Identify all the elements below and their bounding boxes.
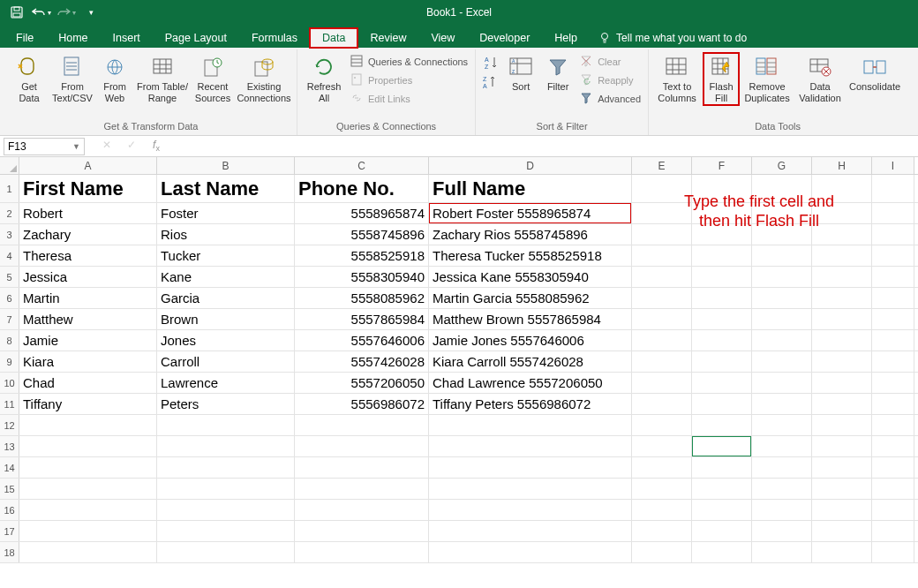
cell[interactable] bbox=[872, 457, 914, 478]
cell[interactable] bbox=[692, 330, 752, 351]
cell[interactable] bbox=[872, 309, 914, 329]
cell[interactable] bbox=[692, 394, 752, 414]
cell[interactable]: Jessica Kane 5558305940 bbox=[429, 267, 632, 287]
cell[interactable] bbox=[872, 288, 914, 308]
row-header-18[interactable]: 18 bbox=[0, 542, 19, 562]
cell[interactable] bbox=[812, 479, 872, 499]
cell[interactable] bbox=[429, 521, 632, 541]
select-all-corner[interactable] bbox=[0, 157, 19, 174]
cell[interactable] bbox=[19, 479, 157, 499]
row-header-7[interactable]: 7 bbox=[0, 309, 19, 329]
col-header-E[interactable]: E bbox=[632, 157, 692, 174]
cell[interactable]: Zachary bbox=[19, 224, 157, 245]
cell[interactable]: Jessica bbox=[19, 267, 157, 287]
tab-view[interactable]: View bbox=[418, 28, 467, 48]
save-button[interactable] bbox=[5, 3, 28, 22]
cell[interactable] bbox=[752, 351, 812, 372]
cell[interactable] bbox=[295, 415, 429, 435]
cell[interactable]: Last Name bbox=[157, 175, 295, 202]
cell[interactable] bbox=[429, 415, 632, 435]
cell[interactable] bbox=[429, 457, 632, 478]
cell[interactable]: Jamie Jones 5557646006 bbox=[429, 330, 632, 351]
qat-customize[interactable]: ▾ bbox=[79, 3, 102, 22]
cell[interactable] bbox=[19, 500, 157, 520]
cell[interactable] bbox=[872, 500, 914, 520]
cell[interactable]: Martin bbox=[19, 288, 157, 308]
cell[interactable] bbox=[812, 457, 872, 478]
cell[interactable] bbox=[872, 267, 914, 287]
cell[interactable] bbox=[429, 479, 632, 499]
cell[interactable]: Brown bbox=[157, 309, 295, 329]
cell[interactable]: 5557426028 bbox=[295, 351, 429, 372]
row-header-13[interactable]: 13 bbox=[0, 436, 19, 456]
cell[interactable] bbox=[752, 500, 812, 520]
cell[interactable]: Robert Foster 5558965874 bbox=[429, 203, 632, 223]
cell[interactable] bbox=[19, 542, 157, 562]
cell[interactable] bbox=[812, 521, 872, 541]
row-header-12[interactable]: 12 bbox=[0, 415, 19, 435]
cell[interactable]: 5557206050 bbox=[295, 373, 429, 393]
reapply-button[interactable]: Reapply bbox=[578, 72, 643, 89]
cell[interactable] bbox=[632, 436, 692, 456]
cell[interactable] bbox=[692, 415, 752, 435]
cell[interactable] bbox=[632, 457, 692, 478]
cell[interactable] bbox=[872, 479, 914, 499]
cell[interactable] bbox=[752, 309, 812, 329]
col-header-C[interactable]: C bbox=[295, 157, 429, 174]
tab-formulas[interactable]: Formulas bbox=[239, 28, 310, 48]
cell[interactable] bbox=[692, 479, 752, 499]
cell[interactable] bbox=[812, 330, 872, 351]
cell[interactable] bbox=[19, 521, 157, 541]
sort-button[interactable]: AZ Sort bbox=[504, 53, 538, 94]
from-text-csv-button[interactable]: FromText/CSV bbox=[51, 53, 94, 105]
row-header-16[interactable]: 16 bbox=[0, 500, 19, 520]
cell[interactable] bbox=[752, 521, 812, 541]
edit-links-button[interactable]: Edit Links bbox=[349, 90, 470, 108]
cell[interactable] bbox=[632, 267, 692, 287]
row-header-10[interactable]: 10 bbox=[0, 373, 19, 393]
col-header-B[interactable]: B bbox=[157, 157, 295, 174]
cell[interactable]: Jamie bbox=[19, 330, 157, 351]
cell[interactable]: Kane bbox=[157, 267, 295, 287]
cell[interactable] bbox=[872, 351, 914, 372]
row-header-4[interactable]: 4 bbox=[0, 245, 19, 266]
filter-button[interactable]: Filter bbox=[541, 53, 575, 94]
tab-data[interactable]: Data bbox=[310, 28, 357, 48]
cell[interactable] bbox=[692, 521, 752, 541]
cell[interactable] bbox=[157, 457, 295, 478]
cell[interactable]: Tucker bbox=[157, 245, 295, 266]
cell[interactable] bbox=[752, 436, 812, 456]
row-header-6[interactable]: 6 bbox=[0, 288, 19, 308]
cell[interactable] bbox=[692, 245, 752, 266]
cell[interactable] bbox=[812, 245, 872, 266]
col-header-F[interactable]: F bbox=[692, 157, 752, 174]
cell[interactable]: Full Name bbox=[429, 175, 632, 202]
cell[interactable] bbox=[812, 500, 872, 520]
cell[interactable] bbox=[692, 309, 752, 329]
cell[interactable] bbox=[872, 415, 914, 435]
cell[interactable] bbox=[812, 415, 872, 435]
cell[interactable] bbox=[632, 415, 692, 435]
cell[interactable]: Kiara bbox=[19, 351, 157, 372]
cell[interactable] bbox=[295, 500, 429, 520]
row-header-3[interactable]: 3 bbox=[0, 224, 19, 245]
sort-za-button[interactable]: ZA bbox=[481, 74, 500, 94]
cell[interactable] bbox=[692, 542, 752, 562]
cell[interactable]: 5558965874 bbox=[295, 203, 429, 223]
cell[interactable] bbox=[812, 373, 872, 393]
tab-insert[interactable]: Insert bbox=[101, 28, 153, 48]
col-header-I[interactable]: I bbox=[872, 157, 914, 174]
cell[interactable] bbox=[872, 394, 914, 414]
cell[interactable] bbox=[752, 415, 812, 435]
row-header-9[interactable]: 9 bbox=[0, 351, 19, 372]
cell[interactable] bbox=[295, 542, 429, 562]
formula-input[interactable] bbox=[171, 140, 918, 153]
cell[interactable]: 5558085962 bbox=[295, 288, 429, 308]
cell[interactable]: Zachary Rios 5558745896 bbox=[429, 224, 632, 245]
cell[interactable]: 5558745896 bbox=[295, 224, 429, 245]
cell[interactable] bbox=[632, 479, 692, 499]
cell[interactable] bbox=[157, 521, 295, 541]
tab-developer[interactable]: Developer bbox=[467, 28, 542, 48]
properties-button[interactable]: Properties bbox=[349, 72, 470, 89]
cell[interactable]: Phone No. bbox=[295, 175, 429, 202]
